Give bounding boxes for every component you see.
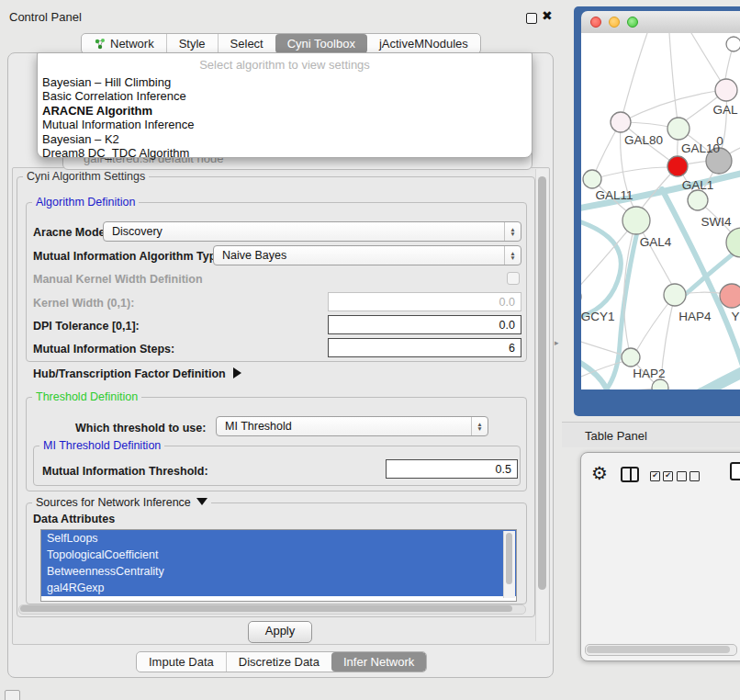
attribute-item[interactable]: TopologicalCoefficient <box>41 547 516 563</box>
network-edge[interactable] <box>621 33 647 122</box>
hub-section-toggle[interactable]: Hub/Transcription Factor Definition <box>33 367 241 380</box>
manual-kernel-width-checkbox[interactable] <box>507 272 520 285</box>
network-edge[interactable] <box>621 90 726 122</box>
algorithm-option[interactable]: Basic Correlation Inference <box>38 89 532 103</box>
node-label: GAL <box>712 103 738 117</box>
close-panel-icon[interactable]: ✖ <box>542 8 553 23</box>
attribute-item[interactable]: SelfLoops <box>41 530 516 547</box>
network-node-gal[interactable] <box>715 79 737 101</box>
threshold-definition-legend: Threshold Definition <box>32 390 141 403</box>
tab-jactivemnodules[interactable]: jActiveMNodules <box>367 34 480 53</box>
network-edge[interactable] <box>581 219 621 320</box>
tab-network[interactable]: Network <box>82 34 166 53</box>
node-label: GAL1 <box>682 178 714 192</box>
float-panel-icon[interactable] <box>526 13 537 24</box>
kernel-width-label: Kernel Width (0,1): <box>33 297 134 310</box>
mi-steps-label: Mutual Information Steps: <box>33 343 174 356</box>
bottom-tab-infer-network[interactable]: Infer Network <box>331 652 426 672</box>
node-label: GAL4 <box>640 235 672 249</box>
algorithm-option[interactable]: ARACNE Algorithm <box>38 104 532 118</box>
network-edge[interactable] <box>581 356 609 390</box>
attribute-item[interactable]: gal4RGexp <box>41 580 516 596</box>
minimize-window-icon[interactable] <box>609 17 620 28</box>
node-table[interactable]: shared...nameA YDL19...YDL19...13YDR27..… <box>585 494 740 644</box>
mi-threshold-field[interactable]: 0.5 <box>386 459 518 479</box>
table-horizontal-scrollbar[interactable] <box>585 644 737 656</box>
tab-style[interactable]: Style <box>166 34 218 53</box>
tab-cyni-toolbox[interactable]: Cyni Toolbox <box>275 34 367 53</box>
data-attributes-list[interactable]: SelfLoopsTopologicalCoefficientBetweenne… <box>40 529 517 602</box>
column-selector-icon[interactable] <box>621 467 639 482</box>
algorithm-option[interactable]: Mutual Information Inference <box>38 118 532 131</box>
close-window-icon[interactable] <box>590 17 601 28</box>
algorithm-option[interactable]: Bayesian – K2 <box>38 132 532 146</box>
node-label: GCY1 <box>581 310 614 323</box>
document-icon[interactable] <box>730 462 740 480</box>
network-node-gal1[interactable] <box>688 190 708 210</box>
algorithm-definition-legend: Algorithm Definition <box>32 196 139 209</box>
network-node[interactable] <box>726 37 740 51</box>
node-label: Y <box>731 310 739 323</box>
which-threshold-select[interactable]: MI Threshold ▲▼ <box>216 416 488 436</box>
network-edge[interactable] <box>669 33 678 129</box>
cyni-mode-tabbar: Impute DataDiscretize DataInfer Network <box>136 651 427 672</box>
network-node-gal11[interactable] <box>583 170 601 188</box>
mi-steps-field[interactable]: 6 <box>328 338 521 357</box>
network-canvas[interactable]: GALGAL80GAL10GAL11GAL1SWI4GAL4GCY1HAP4HA… <box>581 33 740 390</box>
network-node-swi4[interactable] <box>726 228 740 257</box>
mi-algorithm-type-label: Mutual Information Algorithm Type: <box>33 250 226 263</box>
tab-select[interactable]: Select <box>218 34 275 53</box>
dpi-tolerance-field[interactable]: 0.0 <box>328 315 521 334</box>
node-label: HAP2 <box>633 367 665 380</box>
network-node-gal10[interactable] <box>667 118 690 140</box>
control-panel-tabbar: NetworkStyleSelectCyni ToolboxjActiveMNo… <box>81 33 481 54</box>
bottom-tab-impute-data[interactable]: Impute Data <box>137 652 226 672</box>
table-settings-gear-icon[interactable]: ⚙ <box>591 462 608 484</box>
list-vertical-scrollbar[interactable] <box>503 531 515 598</box>
table-panel-title: Table Panel <box>585 429 647 443</box>
aracne-mode-select[interactable]: Discovery ▲▼ <box>103 221 521 242</box>
expanded-arrow-icon <box>196 498 207 505</box>
network-edge[interactable] <box>581 389 655 390</box>
collapsed-arrow-icon <box>233 367 241 378</box>
aracne-mode-label: Aracne Mode: <box>33 226 109 239</box>
bottom-tab-discretize-data[interactable]: Discretize Data <box>226 652 331 672</box>
select-all-icon[interactable]: ✔✔ <box>650 471 673 481</box>
node-label: GAL80 <box>624 133 663 147</box>
cyni-settings-legend: Cyni Algorithm Settings <box>23 170 149 183</box>
network-tab-icon <box>94 38 106 50</box>
bottom-corner-panel-icon[interactable] <box>5 690 20 700</box>
kernel-width-field[interactable]: 0.0 <box>328 292 521 311</box>
sources-toggle[interactable]: Sources for Network Inference <box>32 496 211 509</box>
network-node[interactable] <box>720 284 740 308</box>
dpi-tolerance-label: DPI Tolerance [0,1]: <box>33 320 140 333</box>
data-attributes-label: Data Attributes <box>33 513 115 525</box>
algorithm-option[interactable]: Dream8 DC_TDC Algorithm <box>38 146 532 160</box>
control-panel-title: Control Panel <box>9 10 82 24</box>
manual-kernel-width-label: Manual Kernel Width Definition <box>33 273 203 286</box>
network-node[interactable] <box>652 379 668 390</box>
mi-threshold-legend: MI Threshold Definition <box>39 439 164 452</box>
panel-splitter-arrow-icon[interactable]: ▸ <box>555 338 559 347</box>
network-node-hap4[interactable] <box>664 284 686 306</box>
network-edge[interactable] <box>592 167 669 179</box>
network-node-gal4[interactable] <box>622 207 650 234</box>
attribute-item[interactable]: BetweennessCentrality <box>41 563 516 580</box>
network-window-titlebar[interactable] <box>581 11 740 34</box>
network-edge[interactable] <box>688 369 740 390</box>
node-label: HAP4 <box>678 310 712 323</box>
network-node-gal80[interactable] <box>611 112 631 132</box>
settings-vertical-scrollbar[interactable] <box>535 169 548 641</box>
zoom-window-icon[interactable] <box>627 17 638 28</box>
node-label: SWI4 <box>701 215 731 229</box>
settings-horizontal-scrollbar[interactable] <box>18 604 526 615</box>
algorithm-option[interactable]: Bayesian – Hill Climbing <box>38 75 532 89</box>
apply-button[interactable]: Apply <box>248 621 312 643</box>
node-label: GAL10 <box>681 141 720 155</box>
network-node-hap2[interactable] <box>622 348 640 367</box>
network-node[interactable] <box>667 156 688 176</box>
mi-algorithm-type-select[interactable]: Naive Bayes ▲▼ <box>213 245 521 265</box>
node-label: 0 <box>716 134 723 148</box>
mi-threshold-label: Mutual Information Threshold: <box>42 465 208 478</box>
deselect-all-icon[interactable] <box>677 471 700 481</box>
